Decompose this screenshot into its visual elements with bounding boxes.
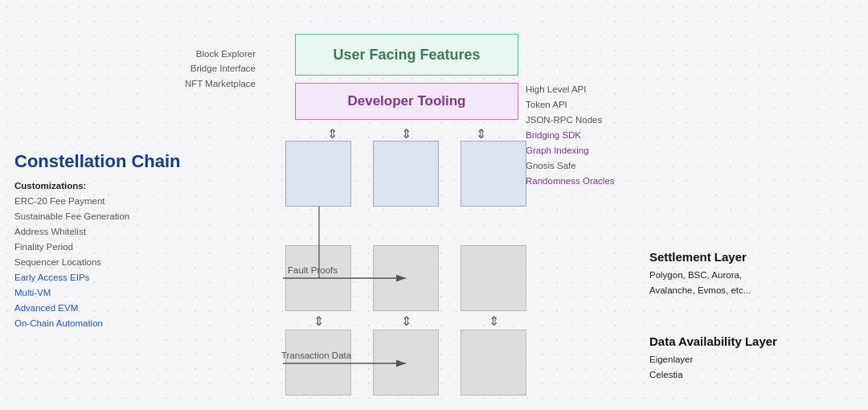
label-graph-indexing: Graph Indexing [526,143,615,158]
main-square-right [461,141,526,207]
da-square-left [285,330,351,396]
arrow-top-left: ⇕ [327,126,338,141]
label-bridge-interface: Bridge Interface [185,61,256,76]
main-square-left [285,141,351,207]
user-facing-features-box: User Facing Features [295,34,518,76]
right-tooling-labels: High Level API Token API JSON-RPC Nodes … [526,82,615,189]
settlement-square-left [285,245,351,311]
label-high-level-api: High Level API [526,82,615,97]
custom-item-0: ERC-20 Fee Payment [14,194,129,209]
arrows-row-top: ⇕ ⇕ ⇕ [295,126,518,141]
arrows-row-middle: ⇕ ⇕ ⇕ [285,314,526,329]
label-bridging-sdk: Bridging SDK [526,128,615,143]
main-square-center [373,141,439,207]
arrow-top-right: ⇕ [476,126,486,141]
custom-item-2: Address Whitelist [14,224,129,240]
label-nft-marketplace: NFT Marketplace [185,76,256,91]
settlement-layer-label: Settlement Layer Polygon, BSC, Aurora, A… [649,248,751,298]
user-facing-features-label: User Facing Features [333,47,480,64]
label-json-rpc-nodes: JSON-RPC Nodes [526,113,615,128]
constellation-chain-title: Constellation Chain [14,151,181,172]
settlement-layer-title: Settlement Layer [649,248,751,268]
developer-tooling-box: Developer Tooling [295,83,518,120]
customizations-heading: Customizations: [14,178,129,194]
custom-item-8: On-Chain Automation [14,316,129,331]
arrow-mid-left-cell: ⇕ [285,314,351,329]
diagram: Block Explorer Bridge Interface NFT Mark… [0,0,868,410]
label-token-api: Token API [526,97,615,113]
settlement-square-center [373,245,439,311]
arrow-mid-right-cell: ⇕ [461,314,526,329]
arrow-mid-left: ⇕ [313,314,324,329]
da-layer-subtitle1: Eigenlayer [649,352,777,367]
arrow-top-center: ⇕ [401,126,411,141]
custom-item-6: Multi-VM [14,285,129,301]
da-layer-title: Data Availability Layer [649,332,777,352]
customizations-block: Customizations: ERC-20 Fee Payment Susta… [14,178,129,331]
da-layer-subtitle2: Celestia [649,367,777,383]
label-block-explorer: Block Explorer [185,47,256,61]
settlement-layer-subtitle1: Polygon, BSC, Aurora, [649,268,751,283]
settlement-squares-row [285,245,526,311]
custom-item-4: Sequencer Locations [14,255,129,270]
custom-item-3: Finality Period [14,240,129,255]
arrow-mid-center: ⇕ [401,314,411,329]
left-labels: Block Explorer Bridge Interface NFT Mark… [185,47,256,91]
custom-item-5: Early Access EIPs [14,270,129,285]
da-squares-row [285,330,526,396]
main-squares-row [285,141,526,207]
label-randomness-oracles: Randomness Oracles [526,174,615,189]
arrow-mid-right: ⇕ [489,314,499,329]
settlement-square-right [461,245,526,311]
custom-item-1: Sustainable Fee Generation [14,209,129,224]
custom-item-7: Advanced EVM [14,301,129,316]
settlement-layer-subtitle2: Avalanche, Evmos, etc... [649,283,751,298]
label-gnosis-safe: Gnosis Safe [526,158,615,174]
da-square-right [461,330,526,396]
da-square-center [373,330,439,396]
developer-tooling-label: Developer Tooling [347,93,465,109]
arrow-mid-center-cell: ⇕ [373,314,439,329]
da-layer-label: Data Availability Layer Eigenlayer Celes… [649,332,777,383]
